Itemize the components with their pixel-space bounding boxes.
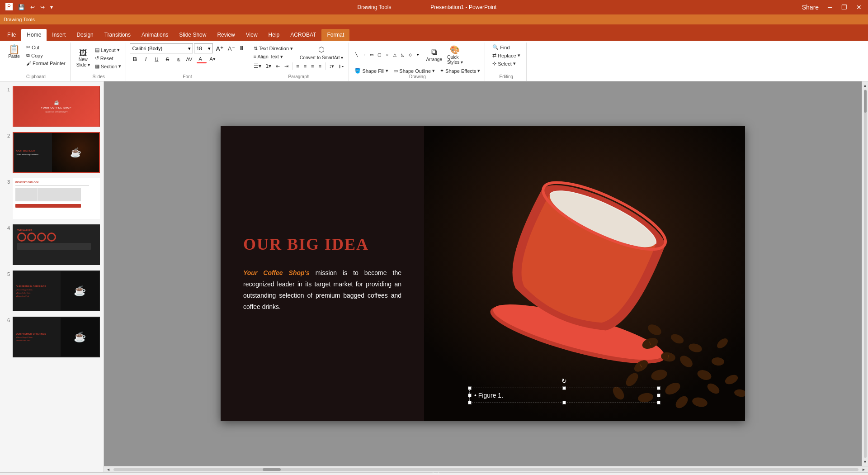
paste-button[interactable]: 📋 Paste — [5, 43, 24, 61]
underline-button[interactable]: U — [151, 56, 161, 63]
handle-bl[interactable] — [468, 401, 472, 404]
font-color-button[interactable]: A — [197, 55, 207, 63]
slide-thumb-6[interactable]: 6 OUR PREMIUM OFFERINGS ▶ Flavored Bagge… — [3, 316, 101, 358]
increase-indent-button[interactable]: ⇥ — [283, 62, 290, 70]
tab-view[interactable]: View — [241, 29, 263, 41]
align-center-button[interactable]: ≡ — [302, 62, 308, 70]
slide-viewport: OUR BIG IDEA Your Coffee Shop's mission … — [104, 81, 868, 466]
align-left-button[interactable]: ≡ — [294, 62, 301, 70]
oval-shape[interactable]: ○ — [383, 52, 391, 58]
handle-ml[interactable] — [468, 394, 472, 397]
line-shape[interactable]: ╲ — [353, 52, 360, 58]
decrease-font-button[interactable]: A⁻ — [226, 44, 237, 53]
diamond-shape[interactable]: ◇ — [406, 52, 414, 58]
clear-format-button[interactable]: Ⅲ — [238, 44, 245, 52]
layout-button[interactable]: ▤ Layout ▾ — [93, 46, 123, 54]
font-size-input[interactable]: 18 ▾ — [194, 43, 213, 53]
select-button[interactable]: ⊹ Select ▾ — [491, 60, 518, 67]
handle-tr[interactable] — [657, 386, 660, 390]
close-btn[interactable]: ✕ — [854, 3, 864, 12]
restore-btn[interactable]: ❐ — [839, 3, 850, 12]
handle-bm[interactable] — [562, 401, 566, 404]
char-spacing-button[interactable]: AV — [184, 56, 196, 63]
replace-button[interactable]: ⇄ Replace ▾ — [491, 52, 522, 59]
highlight-button[interactable]: A▾ — [208, 55, 217, 63]
columns-button[interactable]: ⫿▾ — [337, 62, 346, 70]
save-btn[interactable]: 💾 — [16, 3, 27, 11]
tab-file[interactable]: File — [2, 29, 21, 41]
slide-thumb-5[interactable]: 5 OUR PREMIUM OFFERINGS ▶ Flavored Bagge… — [3, 270, 101, 312]
scroll-thumb-h[interactable] — [263, 468, 281, 471]
more-shapes-btn[interactable]: ▾ — [414, 52, 421, 58]
tab-home[interactable]: Home — [21, 29, 47, 41]
shape-effects-button[interactable]: ✦ Shape Effects ▾ — [438, 67, 482, 75]
scroll-left-btn[interactable]: ◄ — [105, 467, 112, 472]
figure-caption-container[interactable]: ↻ • Figure 1. — [469, 388, 659, 403]
canvas-area[interactable]: OUR BIG IDEA Your Coffee Shop's mission … — [104, 81, 862, 466]
rotation-handle-caption[interactable]: ↻ — [561, 377, 567, 385]
tab-transitions[interactable]: Transitions — [99, 29, 136, 41]
redo-btn[interactable]: ↪ — [38, 3, 47, 11]
share-btn[interactable]: Share — [799, 3, 821, 12]
tab-acrobat[interactable]: ACROBAT — [285, 29, 321, 41]
arrange-button[interactable]: ⧉ Arrange — [424, 46, 444, 63]
find-button[interactable]: 🔍 Find — [491, 43, 511, 51]
contextual-tab-bar: Drawing Tools — [0, 14, 868, 24]
shadow-button[interactable]: s — [173, 56, 183, 63]
line-spacing-button[interactable]: ↕▾ — [327, 62, 336, 70]
rt-triangle-shape[interactable]: ◺ — [399, 52, 406, 58]
handle-tm[interactable] — [562, 386, 566, 390]
tab-slideshow[interactable]: Slide Show — [174, 29, 212, 41]
clipboard-group: 📋 Paste ✂ Cut ⧉ Copy 🖌 Format Painter Cl… — [2, 43, 71, 81]
copy-button[interactable]: ⧉ Copy — [24, 52, 67, 59]
decrease-indent-button[interactable]: ⇤ — [274, 62, 282, 70]
handle-tl[interactable] — [468, 386, 472, 390]
round-rect-shape[interactable]: ▢ — [376, 52, 383, 58]
shape-fill-button[interactable]: 🪣 Shape Fill ▾ — [353, 67, 390, 75]
align-text-button[interactable]: ≡ Align Text ▾ — [252, 53, 295, 61]
tab-insert[interactable]: Insert — [47, 29, 71, 41]
align-right-button[interactable]: ≡ — [309, 62, 316, 70]
horizontal-scrollbar[interactable]: ◄ ► — [104, 466, 868, 472]
shape-outline-button[interactable]: ▭ Shape Outline ▾ — [392, 67, 437, 75]
minimize-btn[interactable]: ─ — [825, 3, 835, 12]
numbering-button[interactable]: 1▾ — [264, 62, 274, 70]
bullets-button[interactable]: ☰▾ — [252, 62, 263, 70]
customize-btn[interactable]: ▾ — [48, 3, 55, 11]
text-direction-button[interactable]: ⇅ Text Direction ▾ — [252, 45, 295, 52]
italic-button[interactable]: I — [141, 55, 151, 63]
vertical-scrollbar[interactable]: ▲ ▼ — [862, 81, 868, 466]
slide-thumb-3[interactable]: 3 INDUSTRY OUTLOOK — [3, 177, 101, 220]
tab-format[interactable]: Format — [321, 29, 349, 41]
handle-mr[interactable] — [657, 394, 660, 397]
scroll-up-btn[interactable]: ▲ — [862, 82, 868, 89]
format-painter-button[interactable]: 🖌 Format Painter — [24, 60, 67, 67]
arrow-shape[interactable]: → — [360, 52, 368, 58]
slide-thumb-1[interactable]: 1 ☕ YOUR COFFEE SHOP INVESTOR OPPORTUNIT… — [3, 85, 101, 128]
reset-button[interactable]: ↺ Reset — [93, 54, 123, 62]
tab-animations[interactable]: Animations — [136, 29, 174, 41]
scroll-right-btn[interactable]: ► — [860, 467, 867, 472]
section-button[interactable]: ▦ Section ▾ — [93, 62, 123, 70]
triangle-shape[interactable]: △ — [391, 52, 398, 58]
justify-button[interactable]: ≡ — [316, 62, 323, 70]
handle-br[interactable] — [657, 401, 660, 404]
strikethrough-button[interactable]: S — [162, 56, 172, 63]
font-name-dropdown[interactable]: Calibri (Body) ▾ — [130, 43, 193, 53]
increase-font-button[interactable]: A⁺ — [214, 44, 225, 53]
scroll-down-btn[interactable]: ▼ — [862, 459, 868, 465]
bold-button[interactable]: B — [130, 55, 140, 63]
rect-shape[interactable]: ▭ — [368, 52, 375, 58]
convert-smartart-button[interactable]: ⬡ Convert to SmartArt ▾ — [298, 44, 345, 61]
tab-design[interactable]: Design — [71, 29, 99, 41]
undo-btn[interactable]: ↩ — [28, 3, 37, 11]
cut-button[interactable]: ✂ Cut — [24, 43, 67, 51]
slide-thumb-2[interactable]: 2 OUR BIG IDEA Your Coffee Shop's missio… — [3, 131, 101, 174]
slide-thumb-4[interactable]: 4 THE MARKET — [3, 223, 101, 266]
scroll-thumb-v[interactable] — [864, 90, 867, 113]
tab-help[interactable]: Help — [263, 29, 285, 41]
tab-review[interactable]: Review — [212, 29, 240, 41]
new-slide-button[interactable]: 🖼 NewSlide ▾ — [74, 48, 92, 69]
quick-styles-button[interactable]: 🎨 QuickStyles ▾ — [445, 43, 465, 66]
slide-num-1: 1 — [4, 86, 10, 92]
